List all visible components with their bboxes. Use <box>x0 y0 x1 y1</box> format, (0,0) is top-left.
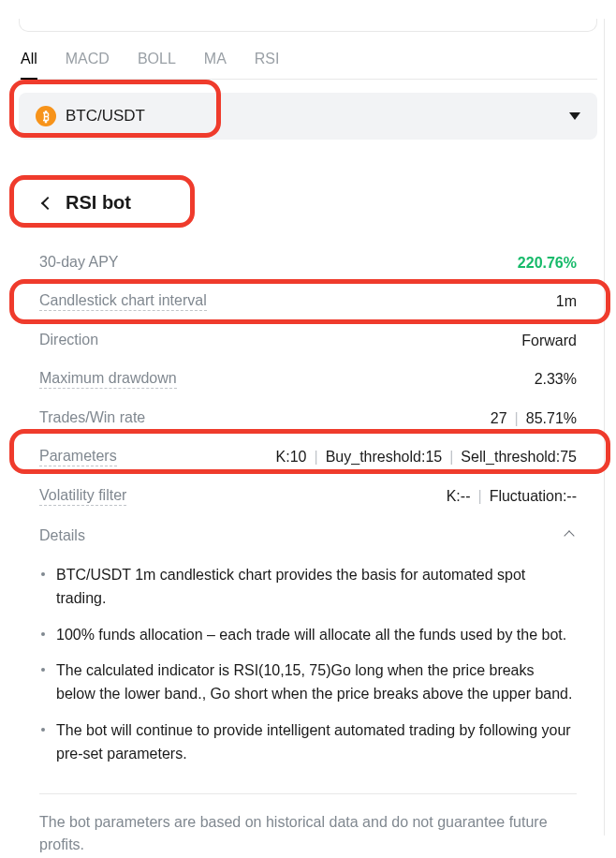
tab-all[interactable]: All <box>21 43 37 79</box>
chevron-up-icon <box>564 530 574 540</box>
params-k: K:10 <box>276 449 307 465</box>
bot-section: RSI bot 30-day APY 220.76% Candlestick c… <box>19 192 597 857</box>
sep-icon: | <box>315 449 318 465</box>
apy-label: 30-day APY <box>39 254 119 272</box>
details-list: BTC/USDT 1m candlestick chart provides t… <box>39 550 577 794</box>
direction-label: Direction <box>39 332 98 349</box>
stat-volatility: Volatility filter K:--|Fluctuation:-- <box>39 477 577 516</box>
stat-interval: Candlestick chart interval 1m <box>39 282 577 321</box>
interval-value: 1m <box>556 293 577 310</box>
pair-left: ₿ BTC/USDT <box>36 106 145 126</box>
tab-macd[interactable]: MACD <box>66 43 110 79</box>
detail-item: 100% funds allocation – each trade will … <box>39 617 577 654</box>
interval-label: Candlestick chart interval <box>39 292 207 311</box>
pair-dropdown[interactable]: ₿ BTC/USDT <box>19 93 597 140</box>
tab-rsi[interactable]: RSI <box>255 43 280 79</box>
trades-label: Trades/Win rate <box>39 409 145 427</box>
details-toggle[interactable]: Details <box>39 516 577 550</box>
bitcoin-icon: ₿ <box>36 106 56 126</box>
volatility-k: K:-- <box>447 488 471 504</box>
pair-symbol: BTC/USDT <box>66 107 145 126</box>
sep-icon: | <box>449 449 453 465</box>
trades-value: 27|85.71% <box>491 410 577 427</box>
detail-item: BTC/USDT 1m candlestick chart provides t… <box>39 557 577 617</box>
params-value: K:10|Buy_threshold:15|Sell_threshold:75 <box>276 449 577 466</box>
stat-parameters: Parameters K:10|Buy_threshold:15|Sell_th… <box>39 437 577 477</box>
stat-apy: 30-day APY 220.76% <box>39 244 577 282</box>
stat-trades: Trades/Win rate 27|85.71% <box>39 399 577 437</box>
direction-value: Forward <box>521 333 577 349</box>
detail-item: The calculated indicator is RSI(10,15, 7… <box>39 653 577 713</box>
volatility-fluctuation: Fluctuation:-- <box>490 488 577 504</box>
tab-ma[interactable]: MA <box>204 43 227 79</box>
tab-boll[interactable]: BOLL <box>138 43 176 79</box>
trades-winrate: 85.71% <box>526 410 577 426</box>
back-icon[interactable] <box>41 196 54 209</box>
volatility-label: Volatility filter <box>39 487 126 506</box>
pair-section: ₿ BTC/USDT <box>19 93 597 140</box>
caret-down-icon <box>569 112 580 120</box>
apy-value: 220.76% <box>518 255 577 272</box>
bot-title: RSI bot <box>66 192 131 214</box>
drawdown-label: Maximum drawdown <box>39 370 177 389</box>
trades-count: 27 <box>491 410 507 426</box>
details-label: Details <box>39 527 85 544</box>
stat-drawdown: Maximum drawdown 2.33% <box>39 360 577 399</box>
stats-list: 30-day APY 220.76% Candlestick chart int… <box>19 244 597 857</box>
top-card-edge <box>19 19 597 32</box>
right-border <box>604 19 605 836</box>
params-sell: Sell_threshold:75 <box>461 449 577 465</box>
stat-direction: Direction Forward <box>39 321 577 360</box>
volatility-value: K:--|Fluctuation:-- <box>447 488 577 505</box>
sep-icon: | <box>477 488 481 504</box>
detail-item: The bot will continue to provide intelli… <box>39 713 577 773</box>
bot-header: RSI bot <box>19 192 597 214</box>
params-buy: Buy_threshold:15 <box>326 449 443 465</box>
params-label: Parameters <box>39 448 117 466</box>
drawdown-value: 2.33% <box>535 371 577 388</box>
indicator-tabs: All MACD BOLL MA RSI <box>19 43 597 80</box>
disclaimer-text: The bot parameters are based on historic… <box>39 794 577 858</box>
sep-icon: | <box>515 410 519 426</box>
